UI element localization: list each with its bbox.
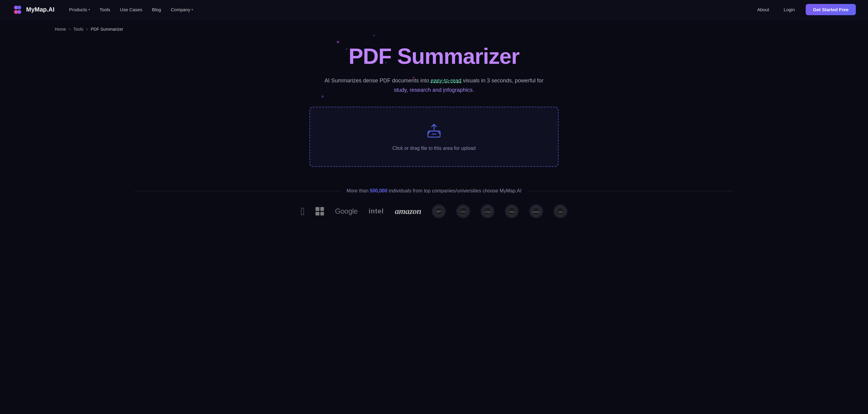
- social-proof-number: 500,000: [370, 188, 388, 193]
- hero-subtitle: AI Summarizes dense PDF documents into e…: [318, 76, 550, 94]
- google-logo: Google: [335, 207, 358, 215]
- breadcrumb-sep1: >: [68, 27, 71, 32]
- breadcrumb: Home > Tools > PDF Summarizer: [0, 20, 868, 32]
- logo-icon: [12, 4, 23, 15]
- nav-blog-label: Blog: [152, 7, 161, 12]
- windows-logo: [315, 207, 324, 215]
- uni-logo-4: PRIN: [505, 205, 519, 218]
- logo[interactable]: MyMap.AI: [12, 4, 54, 15]
- divider-left: [134, 191, 340, 191]
- company-chevron-icon: ▾: [191, 8, 193, 11]
- decor-dot-2: [346, 48, 347, 50]
- uni-logo-5: HARV: [529, 205, 543, 218]
- subtitle-end: .: [473, 87, 474, 93]
- svg-text:UNI: UNI: [558, 211, 563, 213]
- svg-rect-5: [432, 134, 436, 135]
- upload-area[interactable]: Click or drag file to this area for uplo…: [309, 107, 559, 167]
- svg-text:PRIN: PRIN: [509, 211, 515, 213]
- upload-prompt: Click or drag file to this area for uplo…: [392, 146, 476, 151]
- svg-point-3: [17, 10, 21, 14]
- uni-logo-3: STAN: [481, 205, 494, 218]
- logos-row:  Google intel amazon: [301, 205, 567, 218]
- nav-usecases[interactable]: Use Cases: [116, 5, 146, 14]
- breadcrumb-sep2: >: [86, 27, 88, 32]
- intel-logo: intel: [369, 207, 384, 215]
- nav-links: Products ▾ Tools Use Cases Blog Company …: [65, 5, 197, 14]
- nav-tools-label: Tools: [100, 7, 110, 12]
- nav-about[interactable]: About: [753, 5, 773, 14]
- svg-text:HARV: HARV: [533, 211, 540, 213]
- decor-dot-4: [373, 35, 375, 36]
- nav-company[interactable]: Company ▾: [167, 5, 197, 14]
- uni-logo-2: YALE: [457, 205, 470, 218]
- social-proof-text-row: More than 500,000 individuals from top c…: [134, 188, 733, 194]
- nav-login[interactable]: Login: [780, 5, 799, 14]
- social-text-before: More than: [346, 188, 370, 193]
- nav-company-label: Company: [171, 7, 190, 12]
- decor-dot-9: [321, 95, 324, 97]
- main-content: PDF Summarizer AI Summarizes dense PDF d…: [0, 32, 868, 236]
- page-title: PDF Summarizer: [349, 44, 519, 69]
- breadcrumb-current: PDF Summarizer: [91, 27, 123, 32]
- svg-text:YALE: YALE: [460, 211, 466, 213]
- breadcrumb-tools[interactable]: Tools: [73, 27, 84, 32]
- upload-icon: [426, 122, 442, 141]
- breadcrumb-home[interactable]: Home: [55, 27, 66, 32]
- social-text-after: individuals from top companies/universit…: [388, 188, 522, 193]
- svg-text:STAN: STAN: [485, 211, 491, 213]
- amazon-logo: amazon: [395, 206, 421, 216]
- svg-point-0: [14, 5, 18, 9]
- svg-point-1: [17, 5, 21, 9]
- navbar: MyMap.AI Products ▾ Tools Use Cases Blog…: [0, 0, 868, 20]
- subtitle-highlight1: easy-to-read: [431, 78, 461, 84]
- social-proof-text: More than 500,000 individuals from top c…: [346, 188, 521, 194]
- nav-products-label: Products: [69, 7, 87, 12]
- nav-products[interactable]: Products ▾: [65, 5, 93, 14]
- svg-point-2: [14, 10, 18, 14]
- social-proof: More than 500,000 individuals from top c…: [6, 188, 862, 218]
- divider-right: [528, 191, 734, 191]
- nav-usecases-label: Use Cases: [120, 7, 142, 12]
- uni-logo-1: MIT: [432, 205, 445, 218]
- subtitle-highlight2: study, research and infographics: [394, 87, 473, 93]
- nav-blog[interactable]: Blog: [148, 5, 165, 14]
- decor-dot-1: [337, 41, 339, 43]
- subtitle-middle: visuals in 3 seconds, powerful for: [461, 78, 544, 84]
- nav-left: MyMap.AI Products ▾ Tools Use Cases Blog…: [12, 4, 197, 15]
- products-chevron-icon: ▾: [88, 8, 90, 11]
- logo-text: MyMap.AI: [26, 6, 54, 13]
- apple-logo: : [301, 205, 305, 217]
- uni-logo-6: UNI: [554, 205, 567, 218]
- nav-tools[interactable]: Tools: [96, 5, 114, 14]
- get-started-button[interactable]: Get Started Free: [806, 4, 856, 15]
- svg-text:MIT: MIT: [436, 210, 441, 213]
- subtitle-before: AI Summarizes dense PDF documents into: [324, 78, 431, 84]
- nav-right: About Login Get Started Free: [753, 4, 856, 15]
